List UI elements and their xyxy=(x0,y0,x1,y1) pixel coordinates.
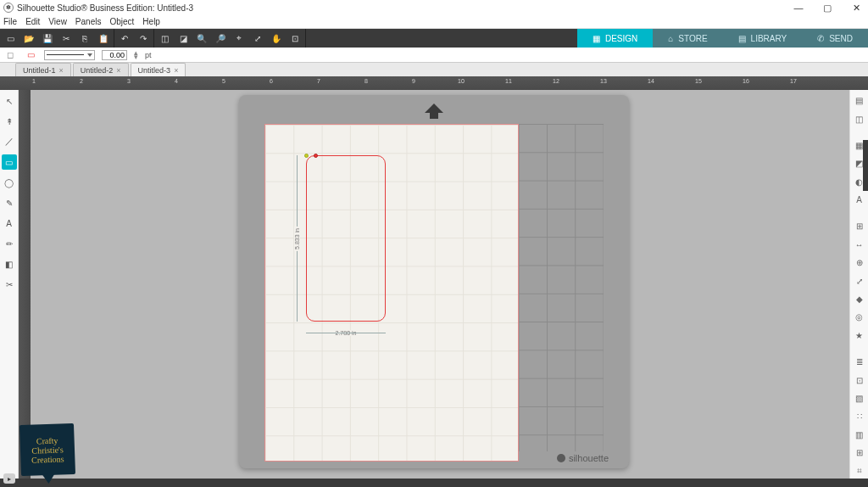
line-color-swatch[interactable]: ▭ xyxy=(24,48,37,62)
feed-arrow-icon xyxy=(425,104,443,119)
text-style-icon[interactable]: A xyxy=(852,193,867,207)
ruler-tick-label: 1 xyxy=(32,78,36,84)
window-close-button[interactable]: ✕ xyxy=(848,3,865,14)
replicate-icon[interactable]: ⊕ xyxy=(852,255,867,270)
panel-expand-button[interactable]: ▸ xyxy=(3,473,15,484)
copy-icon[interactable]: ⎘ xyxy=(78,31,92,45)
tiling-icon[interactable]: ⊞ xyxy=(852,445,867,460)
status-bar xyxy=(0,479,868,487)
zoom-in-icon[interactable]: 🔍 xyxy=(195,31,209,45)
close-icon[interactable]: × xyxy=(59,66,64,75)
ruler-tick-label: 16 xyxy=(743,78,749,84)
page-setup-icon[interactable]: ▤ xyxy=(852,93,867,108)
draw-note-tool[interactable]: ✏ xyxy=(2,236,17,251)
window-maximize-button[interactable]: ▢ xyxy=(819,3,836,14)
menu-panels[interactable]: Panels xyxy=(75,17,102,26)
nav-library[interactable]: ▤LIBRARY xyxy=(723,29,803,48)
open-file-icon[interactable]: 📂 xyxy=(22,31,36,45)
menu-object[interactable]: Object xyxy=(109,17,134,26)
brand-text: silhouette xyxy=(569,453,609,463)
main-toolbar: ▭ 📂 💾 ✂ ⎘ 📋 ↶ ↷ ◫ ◪ 🔍 🔎 ⌖ ⤢ ✋ ⊡ ▦DESIGN … xyxy=(0,29,868,48)
close-icon[interactable]: × xyxy=(116,66,120,75)
corner-radius-handle[interactable] xyxy=(314,154,318,158)
knife-tool[interactable]: ✂ xyxy=(2,277,17,292)
nesting-icon[interactable]: ⊡ xyxy=(852,372,867,387)
select-tool[interactable]: ↖ xyxy=(2,93,17,109)
redo-icon[interactable]: ↷ xyxy=(136,31,150,45)
ruler-tick-label: 3 xyxy=(127,78,131,84)
paste-icon[interactable]: 📋 xyxy=(97,31,110,45)
menu-view[interactable]: View xyxy=(48,17,67,26)
emboss-icon[interactable]: ▧ xyxy=(852,391,867,406)
doc-tab-3[interactable]: Untitled-3× xyxy=(131,63,186,76)
dimension-horizontal: 2.780 in xyxy=(306,327,386,339)
rounded-rectangle-shape[interactable] xyxy=(306,155,386,322)
doc-tab-2[interactable]: Untitled-2× xyxy=(73,63,129,76)
watermark-badge: Crafty Christie's Creations xyxy=(19,423,75,476)
stroke-weight-input[interactable] xyxy=(102,50,127,60)
pixscan-icon[interactable]: ◫ xyxy=(852,111,867,126)
menu-edit[interactable]: Edit xyxy=(25,17,40,26)
line-tool[interactable]: ／ xyxy=(2,134,17,149)
ruler-tick-label: 12 xyxy=(553,78,559,84)
zoom-selection-icon[interactable]: ⌖ xyxy=(232,31,246,45)
stipple-icon[interactable]: ∷ xyxy=(852,409,867,423)
menu-bar: File Edit View Panels Object Help xyxy=(0,15,868,29)
image-effects-icon[interactable]: ⊞ xyxy=(852,219,867,233)
nav-library-label: LIBRARY xyxy=(751,34,787,43)
right-panel-strip: ▤◫▦◩◐A⊞↔⊕⤢◆◎★≣⊡▧∷▥⊞⌗ xyxy=(849,90,868,479)
panel-scroll-thumb[interactable] xyxy=(863,140,868,191)
eraser-tool[interactable]: ◧ xyxy=(2,256,17,271)
canvas-area[interactable]: 5.833 in 2.780 in silhouette xyxy=(19,90,849,479)
freehand-tool[interactable]: ✎ xyxy=(2,195,17,210)
text-tool[interactable]: A xyxy=(2,216,17,231)
corner-style-icon[interactable]: ◻ xyxy=(3,48,17,62)
zoom-out-icon[interactable]: 🔎 xyxy=(214,31,227,45)
ruler-tick-label: 14 xyxy=(648,78,654,84)
fit-page-icon[interactable]: ⊡ xyxy=(288,31,302,45)
trace-icon[interactable]: ★ xyxy=(852,328,867,343)
rectangle-tool[interactable]: ▭ xyxy=(2,154,17,170)
design-icon: ▦ xyxy=(593,34,600,43)
context-toolbar: ◻ ▭ ▴▾ pt xyxy=(0,48,868,63)
nav-design-label: DESIGN xyxy=(605,34,637,43)
cut-icon[interactable]: ✂ xyxy=(59,31,73,45)
menu-file[interactable]: File xyxy=(3,17,17,26)
media-layout-icon[interactable]: ▥ xyxy=(852,428,867,442)
ellipse-tool[interactable]: ◯ xyxy=(2,175,17,190)
menu-help[interactable]: Help xyxy=(142,17,160,26)
stepper-down-icon[interactable]: ▾ xyxy=(134,55,138,59)
nav-design[interactable]: ▦DESIGN xyxy=(577,29,653,48)
scale-icon[interactable]: ⤢ xyxy=(852,273,867,288)
doc-tab-2-label: Untitled-2 xyxy=(81,66,114,75)
ruler-tick-label: 2 xyxy=(80,78,83,84)
modify-icon[interactable]: ◆ xyxy=(852,292,867,306)
doc-tab-1[interactable]: Untitled-1× xyxy=(15,63,71,76)
drag-zoom-icon[interactable]: ⤢ xyxy=(251,31,264,45)
weed-icon[interactable]: ⌗ xyxy=(852,463,867,478)
offset-icon[interactable]: ◎ xyxy=(852,310,867,324)
new-file-icon[interactable]: ▭ xyxy=(3,31,17,45)
undo-icon[interactable]: ↶ xyxy=(118,31,131,45)
ruler-vertical xyxy=(19,90,31,479)
rotation-handle[interactable] xyxy=(304,154,309,158)
ruler-tick-label: 13 xyxy=(600,78,607,84)
ruler-tick-label: 15 xyxy=(695,78,702,84)
nav-send[interactable]: ✆SEND xyxy=(802,29,868,48)
nav-store[interactable]: ⌂STORE xyxy=(653,29,722,48)
close-icon[interactable]: × xyxy=(174,66,178,75)
pan-icon[interactable]: ✋ xyxy=(270,31,283,45)
line-style-dropdown[interactable] xyxy=(44,50,95,60)
select-all-icon[interactable]: ◫ xyxy=(158,31,171,45)
layers-icon[interactable]: ≣ xyxy=(852,355,867,369)
library-icon: ▤ xyxy=(738,34,746,43)
save-icon[interactable]: 💾 xyxy=(41,31,54,45)
window-minimize-button[interactable]: — xyxy=(790,3,807,14)
ruler-tick-label: 7 xyxy=(317,78,320,84)
deselect-icon[interactable]: ◪ xyxy=(176,31,190,45)
left-tool-palette: ↖↟／▭◯✎A✏◧✂ xyxy=(0,90,19,479)
doc-tab-1-label: Untitled-1 xyxy=(23,66,56,75)
edit-points-tool[interactable]: ↟ xyxy=(2,114,17,129)
transform-icon[interactable]: ↔ xyxy=(852,238,867,252)
chevron-down-icon xyxy=(87,53,92,57)
